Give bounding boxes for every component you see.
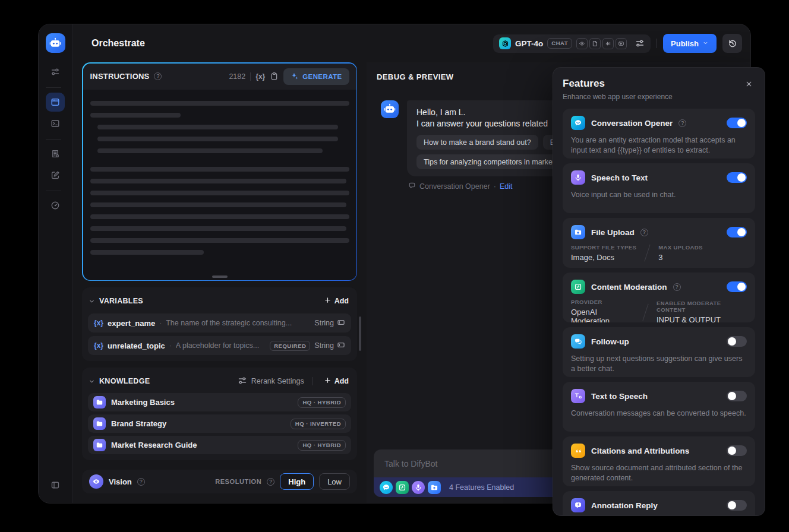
insert-variable-icon[interactable]: {x} <box>255 72 265 81</box>
debug-preview-title: DEBUG & PREVIEW <box>377 72 454 81</box>
follow-up-icon <box>571 334 585 349</box>
plus-icon <box>324 296 332 306</box>
instructions-panel[interactable]: INSTRUCTIONS ? 2182 {x} GENERATE <box>82 62 357 281</box>
sidebar-item-studio-window-icon[interactable] <box>46 93 65 112</box>
help-icon[interactable]: ? <box>673 283 681 291</box>
skeleton-text-line <box>97 148 323 153</box>
citations-toggle[interactable] <box>727 445 747 456</box>
help-icon[interactable]: ? <box>267 478 274 486</box>
help-icon[interactable]: ? <box>678 119 686 127</box>
sidebar-item-terminal-icon[interactable] <box>46 114 65 133</box>
sidebar-divider <box>46 191 61 191</box>
variable-icon: {x} <box>94 319 103 327</box>
dataset-name: Brand Strategy <box>111 419 285 428</box>
resize-handle[interactable] <box>212 276 228 278</box>
variable-name: expert_name <box>108 319 155 328</box>
features-enabled-label: 4 Features Enabled <box>449 483 514 492</box>
chevron-down-icon <box>702 39 709 48</box>
speech-to-text-icon <box>571 170 585 185</box>
app-logo-robot-icon[interactable] <box>46 33 65 53</box>
knowledge-row[interactable]: Marketing BasicsHQ · HYBRID <box>88 393 351 411</box>
suggested-question-chip[interactable]: How to make a brand stand out? <box>416 135 538 150</box>
text-input-icon <box>337 341 345 351</box>
help-icon[interactable]: ? <box>640 229 648 236</box>
features-panel-title: Features <box>563 78 673 90</box>
resolution-label: RESOLUTION <box>215 478 261 485</box>
feature-card-content-moderation: Content Moderation?PROVIDEROpenAI Modera… <box>563 273 755 322</box>
required-badge: REQUIRED <box>270 341 310 351</box>
collapse-sidebar-icon[interactable] <box>46 476 65 495</box>
chat-bubble-icon <box>408 182 416 191</box>
close-icon[interactable] <box>743 78 755 90</box>
model-parameters-icon[interactable] <box>635 39 645 48</box>
help-icon[interactable]: ? <box>154 72 162 80</box>
text-input-icon <box>337 318 345 328</box>
file-upload-icon <box>571 225 585 239</box>
scrollbar-thumb[interactable] <box>359 316 361 351</box>
variable-row[interactable]: {x}unrelated_topic·A placeholder for top… <box>88 336 351 355</box>
version-history-button[interactable] <box>722 34 742 53</box>
vision-section: Vision ? RESOLUTION ? High Low <box>82 470 357 493</box>
copy-icon[interactable] <box>270 72 279 81</box>
knowledge-row[interactable]: Market Research GuideHQ · HYBRID <box>88 436 351 454</box>
generate-label: GENERATE <box>302 73 342 80</box>
add-label: Add <box>334 297 349 305</box>
chevron-down-icon[interactable] <box>88 297 96 305</box>
desktop-background: Orchestrate GPT-4o CHAT Publish <box>0 0 789 532</box>
knowledge-row[interactable]: Brand StrategyHQ · INVERTED <box>88 414 351 433</box>
sidebar-divider <box>46 139 61 140</box>
model-mode-badge: CHAT <box>547 38 572 49</box>
retrieval-mode-badge: HQ · HYBRID <box>298 397 346 408</box>
skeleton-text-line <box>90 250 204 255</box>
feature-card-speech-to-text: Speech to TextVoice input can be used in… <box>563 163 755 213</box>
add-knowledge-button[interactable]: Add <box>321 376 351 386</box>
feature-name: File Upload <box>591 228 635 237</box>
sidebar-item-document-log-icon[interactable] <box>46 144 65 163</box>
resolution-high-button[interactable]: High <box>280 473 314 490</box>
annotation-reply-toggle[interactable] <box>727 500 747 511</box>
follow-up-toggle[interactable] <box>727 336 747 347</box>
feature-card-annotation-reply: Annotation Reply <box>563 491 755 516</box>
file-upload-icon <box>428 481 441 494</box>
dataset-name: Marketing Basics <box>111 398 292 407</box>
edit-opener-link[interactable]: Edit <box>500 182 513 191</box>
rerank-settings-button[interactable]: Rerank Settings <box>238 376 304 387</box>
knowledge-title: KNOWLEDGE <box>99 377 150 385</box>
variable-row[interactable]: {x}expert_name·The name of the strategic… <box>88 314 351 332</box>
instructions-title: INSTRUCTIONS <box>90 72 150 81</box>
feature-name: Annotation Reply <box>591 501 658 510</box>
chevron-down-icon[interactable] <box>88 378 96 385</box>
feature-description: Conversation messages can be converted t… <box>571 408 747 419</box>
sliders-icon <box>238 376 247 387</box>
speech-to-text-toggle[interactable] <box>727 172 747 183</box>
header-divider <box>250 72 251 81</box>
file-upload-toggle[interactable] <box>727 227 747 238</box>
dataset-name: Market Research Guide <box>111 441 292 449</box>
sidebar-divider <box>46 87 61 88</box>
variables-title: VARIABLES <box>99 297 143 305</box>
resolution-low-button[interactable]: Low <box>319 473 350 490</box>
feature-field-value: 3 <box>658 253 703 262</box>
feature-field-label: SUPPORT FILE TYPES <box>571 244 636 251</box>
audio-capability-icon <box>602 38 614 49</box>
column-divider <box>642 303 648 321</box>
feature-card-citations: Citations and AttributionsShow source do… <box>563 436 755 486</box>
sidebar-item-tune-icon[interactable] <box>46 62 65 81</box>
publish-button[interactable]: Publish <box>663 34 717 53</box>
generate-button[interactable]: GENERATE <box>283 68 349 85</box>
feature-name: Follow-up <box>591 337 629 346</box>
help-icon[interactable]: ? <box>137 478 145 486</box>
vision-title: Vision <box>109 477 132 486</box>
text-to-speech-toggle[interactable] <box>727 391 747 401</box>
add-variable-button[interactable]: Add <box>321 296 351 306</box>
retrieval-mode-badge: HQ · HYBRID <box>298 440 346 451</box>
content-moderation-toggle[interactable] <box>727 281 747 292</box>
sidebar-item-annotation-edit-icon[interactable] <box>46 166 65 185</box>
sidebar-item-monitoring-gauge-icon[interactable] <box>46 196 65 215</box>
skeleton-text-line <box>97 137 338 141</box>
suggested-question-chip[interactable]: Tips for analyzing competitors in market <box>416 154 561 169</box>
model-selector[interactable]: GPT-4o CHAT <box>493 34 651 53</box>
page-title: Orchestrate <box>91 38 145 49</box>
instructions-editor[interactable] <box>83 90 356 280</box>
conversation-opener-toggle[interactable] <box>727 118 747 128</box>
